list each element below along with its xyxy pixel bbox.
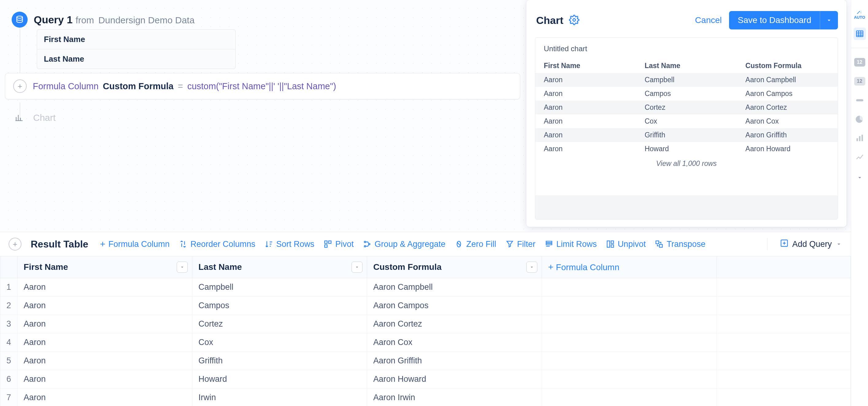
table-row[interactable]: AaronCoxAaron Cox [535,114,838,128]
formula-column-block[interactable]: + Formula Column Custom Formula = custom… [5,73,520,99]
filter-tool[interactable]: Filter [505,240,535,249]
unpivot-tool[interactable]: Unpivot [606,240,646,249]
svg-rect-7 [325,241,327,244]
formula-type-label: Formula Column [33,81,98,91]
col-header-first-name[interactable]: First Name [18,256,192,278]
reorder-columns-tool[interactable]: Reorder Columns [179,240,255,249]
svg-rect-9 [325,245,327,247]
svg-rect-16 [607,241,610,247]
query-header[interactable]: Query 1 from Dundersign Demo Data [12,12,194,28]
gear-icon[interactable] [569,15,579,26]
zero-fill-tool[interactable]: Zero Fill [455,240,496,249]
svg-rect-5 [859,136,860,141]
chevron-down-icon[interactable] [854,171,866,184]
svg-rect-18 [611,245,613,247]
col-header-custom-formula[interactable]: Custom Formula [367,256,542,278]
line-chart-icon[interactable] [854,151,866,163]
pivot-tool[interactable]: Pivot [323,240,354,249]
col-header-last-name[interactable]: Last Name [192,256,367,278]
number-view-icon[interactable]: 12 [854,56,866,68]
limit-icon [545,240,553,248]
group-icon [363,240,371,248]
add-result-button[interactable]: + [8,238,22,251]
table-row[interactable]: 2AaronCamposAaron Campos [0,296,851,315]
query-source: Dundersign Demo Data [98,15,195,25]
empty-header [717,256,851,278]
row-number: 7 [0,388,18,406]
save-dropdown-button[interactable] [820,11,838,29]
add-step-button[interactable]: + [13,80,27,93]
svg-point-10 [364,241,366,243]
add-query-button[interactable]: Add Query [780,239,842,250]
table-row[interactable]: 4AaronCoxAaron Cox [0,333,851,352]
toolbar-separator [767,238,768,250]
save-to-dashboard-group: Save to Dashboard [729,11,838,29]
table-row[interactable]: AaronCortezAaron Cortez [535,101,838,114]
view-all-rows-link[interactable]: View all 1,000 rows [535,156,838,173]
svg-rect-15 [546,244,552,245]
preview-col-last-name[interactable]: Last Name [636,59,737,73]
chevron-down-icon [836,241,842,247]
group-aggregate-tool[interactable]: Group & Aggregate [363,240,445,249]
table-row[interactable]: AaronCamposAaron Campos [535,87,838,101]
chart-placeholder-label: Chart [33,113,56,123]
wand-icon: AUTO [854,10,865,19]
svg-point-0 [17,16,23,18]
query-column-first-name[interactable]: First Name [37,30,235,50]
query-columns-list[interactable]: First Name Last Name [37,29,236,69]
table-row[interactable]: AaronHowardAaron Howard [535,142,838,156]
chevron-down-icon[interactable] [351,261,363,273]
chevron-down-icon[interactable] [526,261,537,273]
transpose-tool[interactable]: Transpose [655,240,706,249]
bar-chart-icon[interactable] [854,132,866,145]
chart-preview-table: First Name Last Name Custom Formula Aaro… [535,59,838,156]
number-compact-icon[interactable]: 12 [854,75,866,87]
formula-equals: = [178,81,183,91]
table-row[interactable]: 5AaronGriffithAaron Griffith [0,352,851,370]
zero-icon [455,240,463,248]
query-title: Query 1 [34,14,73,26]
table-view-icon[interactable] [854,28,866,40]
table-row[interactable]: AaronCampbellAaron Campbell [535,73,838,87]
query-column-last-name[interactable]: Last Name [37,50,235,69]
pie-chart-icon[interactable] [854,113,866,125]
svg-rect-17 [611,241,613,244]
filter-icon [505,240,514,248]
svg-rect-2 [856,31,863,37]
svg-point-11 [364,246,366,247]
row-number: 3 [0,315,18,333]
limit-rows-tool[interactable]: Limit Rows [545,240,597,249]
row-number: 2 [0,296,18,315]
table-row[interactable]: 1AaronCampbellAaron Campbell [0,278,851,296]
preview-col-first-name[interactable]: First Name [535,59,636,73]
table-row[interactable]: 6AaronHowardAaron Howard [0,370,851,388]
pivot-icon [323,240,332,248]
chart-placeholder[interactable]: Chart [12,111,56,125]
chart-preview-title[interactable]: Untitled chart [535,38,838,59]
plus-square-icon [780,239,788,250]
sort-rows-tool[interactable]: Sort Rows [265,240,315,249]
svg-rect-19 [656,241,659,244]
row-number: 1 [0,278,18,296]
row-number: 6 [0,370,18,388]
chevron-down-icon[interactable] [177,261,188,273]
table-row[interactable]: AaronGriffithAaron Griffith [535,128,838,142]
formula-column-tool[interactable]: + Formula Column [100,239,169,249]
cancel-button[interactable]: Cancel [695,15,722,25]
bar-chart-icon [12,111,26,125]
rail-separator [851,48,868,48]
chart-preview: Untitled chart First Name Last Name Cust… [535,37,838,220]
formula-body[interactable]: custom("First Name"||' '||"Last Name") [187,81,336,91]
svg-rect-4 [856,138,858,141]
auto-button[interactable]: AUTO [854,8,866,21]
chart-panel-header: Chart Cancel Save to Dashboard [535,11,838,29]
query-title-wrap: Query 1 from Dundersign Demo Data [34,14,194,26]
table-row[interactable]: 7AaronIrwinAaron Irwin [0,388,851,406]
add-formula-column-header[interactable]: +Formula Column [542,256,717,278]
save-to-dashboard-button[interactable]: Save to Dashboard [729,11,820,29]
progress-icon[interactable] [854,94,866,106]
preview-col-custom[interactable]: Custom Formula [737,59,838,73]
results-title: Result Table [31,239,88,250]
result-table: First Name Last Name Custom Formula +For… [0,256,851,406]
table-row[interactable]: 3AaronCortezAaron Cortez [0,315,851,333]
